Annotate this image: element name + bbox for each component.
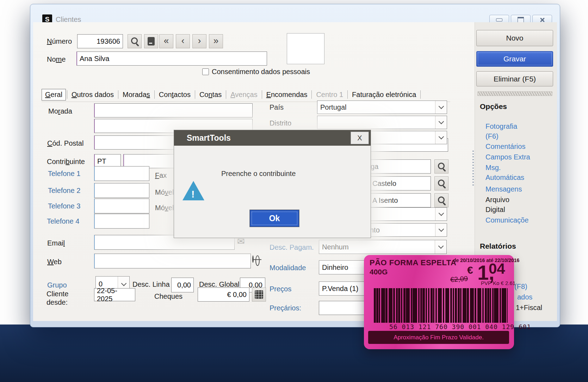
splitter-handle[interactable] bbox=[472, 151, 474, 186]
telefone1-input[interactable] bbox=[94, 166, 149, 181]
search-button[interactable] bbox=[128, 34, 142, 48]
barcode bbox=[374, 288, 508, 323]
sidebar-link-partial-f8[interactable]: (F8) bbox=[514, 281, 527, 291]
tab-strip: Geral Outros dados Moradas Contactos Con… bbox=[42, 88, 422, 101]
telefone2-label: Telefone 2 bbox=[48, 187, 80, 195]
tab-separator bbox=[226, 90, 226, 99]
unit-price: PVP Ko € 2.61 bbox=[481, 280, 515, 286]
sidebar-link-campos-extra[interactable]: Campos Extra bbox=[485, 152, 542, 162]
chevron-down-icon bbox=[435, 101, 447, 114]
cliente-desde-input[interactable]: 22-05-2025 bbox=[94, 288, 135, 301]
sidebar-link-msg-automaticas[interactable]: Msg. Automáticas bbox=[485, 163, 528, 182]
desc-pagam-select[interactable]: Nenhum bbox=[319, 240, 447, 254]
sidebar-link-comunicacoes[interactable]: Comunicaçõe bbox=[485, 215, 538, 225]
numero-label: Número bbox=[47, 37, 72, 46]
eliminar-button[interactable]: Eliminar (F5) bbox=[476, 71, 553, 86]
distrito-value bbox=[317, 116, 435, 129]
previous-record-icon: ‹ bbox=[181, 36, 185, 47]
gravar-button[interactable]: Gravar bbox=[476, 51, 553, 67]
consent-checkbox[interactable] bbox=[202, 68, 209, 75]
barcode-digits: 56 013 121 760 390 001 040 129 601 bbox=[389, 323, 531, 331]
tab-separator bbox=[420, 90, 421, 99]
tab-moradas[interactable]: Moradas bbox=[119, 89, 153, 100]
lookup-search-button-3[interactable] bbox=[434, 193, 448, 207]
morada-input-1[interactable] bbox=[94, 103, 253, 117]
currency-symbol: € bbox=[467, 264, 473, 276]
distrito-select[interactable] bbox=[317, 116, 447, 129]
novo-button[interactable]: Novo bbox=[476, 30, 553, 46]
telefone1-label: Telefone 1 bbox=[48, 170, 80, 178]
email-label: Email bbox=[47, 239, 65, 247]
next-record-button[interactable]: › bbox=[192, 34, 206, 48]
document-button[interactable] bbox=[144, 34, 158, 48]
numero-input[interactable]: 193606 bbox=[77, 34, 123, 48]
contribuinte-label: Contribuinte bbox=[47, 158, 85, 166]
lookup-partial-text-1: ga bbox=[371, 163, 378, 171]
expiry-warning-text: Aproximação Fim Prazo Validade. bbox=[394, 334, 484, 341]
telefone2-input[interactable] bbox=[94, 183, 149, 198]
tab-separator bbox=[67, 90, 67, 99]
lookup-search-button-2[interactable] bbox=[434, 176, 448, 190]
tab-separator bbox=[154, 90, 155, 99]
desc-pagam-value: Nenhum bbox=[319, 240, 435, 254]
sidebar-link-mensagens[interactable]: Mensagens bbox=[485, 184, 542, 194]
web-input[interactable] bbox=[94, 254, 251, 268]
cod-postal-label: Cód. Postal bbox=[47, 139, 83, 147]
tab-encomendas[interactable]: Encomendas bbox=[263, 89, 311, 100]
sidebar-link-arquivo-digital[interactable]: Arquivo Digital bbox=[485, 195, 519, 214]
nome-label: Nome bbox=[47, 55, 66, 63]
ok-button[interactable]: Ok bbox=[250, 210, 299, 227]
previous-record-button[interactable]: ‹ bbox=[176, 34, 190, 48]
close-icon bbox=[539, 17, 545, 22]
price-cents: 04 bbox=[489, 261, 505, 276]
search-icon bbox=[435, 194, 448, 207]
telefone3-input[interactable] bbox=[94, 199, 149, 213]
pais-label: País bbox=[270, 103, 284, 111]
last-record-button[interactable]: » bbox=[209, 34, 223, 48]
grupo-label: Grupo bbox=[47, 281, 67, 289]
distrito-label: Distrito bbox=[270, 119, 291, 127]
dialog-titlebar[interactable]: SmartTools bbox=[174, 130, 371, 146]
opcoes-heading: Opções bbox=[480, 102, 507, 111]
nome-input[interactable]: Ana Silva bbox=[76, 51, 267, 66]
consent-label: Consentimento dados pessoais bbox=[212, 68, 310, 76]
first-record-button[interactable]: « bbox=[159, 34, 173, 48]
tab-separator bbox=[311, 90, 312, 99]
fax-label: Fax bbox=[155, 171, 167, 180]
telefone4-label: Telefone 4 bbox=[47, 217, 79, 225]
sidebar-link-comentarios[interactable]: Comentários bbox=[485, 141, 542, 151]
chevron-down-icon bbox=[435, 224, 447, 236]
desc-linha-input[interactable]: 0,00 bbox=[171, 278, 194, 292]
dialog-close-button[interactable]: X bbox=[351, 132, 369, 144]
lookup-search-button-1[interactable] bbox=[434, 159, 448, 174]
dialog-title: SmartTools bbox=[187, 133, 231, 143]
desc-pagam-label: Desc. Pagam. bbox=[270, 243, 314, 251]
precarios-label: Preçários: bbox=[270, 304, 301, 312]
tab-contactos[interactable]: Contactos bbox=[156, 89, 194, 100]
tab-centro-1[interactable]: Centro 1 bbox=[313, 89, 346, 100]
tab-geral[interactable]: Geral bbox=[42, 89, 66, 101]
calculator-button[interactable] bbox=[252, 287, 266, 302]
tab-avencas[interactable]: Avenças bbox=[227, 89, 260, 100]
tab-faturacao-eletronica[interactable]: Faturação eletrónica bbox=[349, 89, 419, 100]
pais-select[interactable]: Portugal bbox=[317, 101, 447, 114]
screen: S Clientes Número 193606 « ‹ › » Nome An… bbox=[0, 0, 588, 382]
sidebar-link-partial-fiscal[interactable]: 1+Fiscal bbox=[516, 303, 542, 313]
web-label: Web bbox=[47, 258, 62, 266]
cheques-input[interactable]: € 0,00 bbox=[198, 287, 249, 302]
telefone4-input[interactable] bbox=[94, 214, 149, 229]
product-weight: 400G bbox=[370, 268, 388, 276]
open-website-button[interactable] bbox=[252, 256, 254, 262]
first-record-icon: « bbox=[164, 36, 169, 47]
movel2-label: Móvel bbox=[155, 188, 174, 196]
minimize-icon bbox=[496, 18, 502, 22]
warning-icon: ! bbox=[182, 181, 204, 200]
smarttools-dialog: SmartTools X ! Preenche o contribuinte O… bbox=[174, 130, 371, 238]
sidebar-scrollbar[interactable] bbox=[477, 91, 552, 96]
sidebar-link-partial-ados[interactable]: ados bbox=[517, 292, 532, 302]
tab-contas[interactable]: Contas bbox=[196, 89, 225, 100]
tab-separator bbox=[118, 90, 118, 99]
sidebar-link-fotografia[interactable]: Fotografia (F6) bbox=[485, 121, 522, 141]
tab-separator bbox=[195, 90, 195, 99]
tab-outros-dados[interactable]: Outros dados bbox=[68, 89, 117, 100]
